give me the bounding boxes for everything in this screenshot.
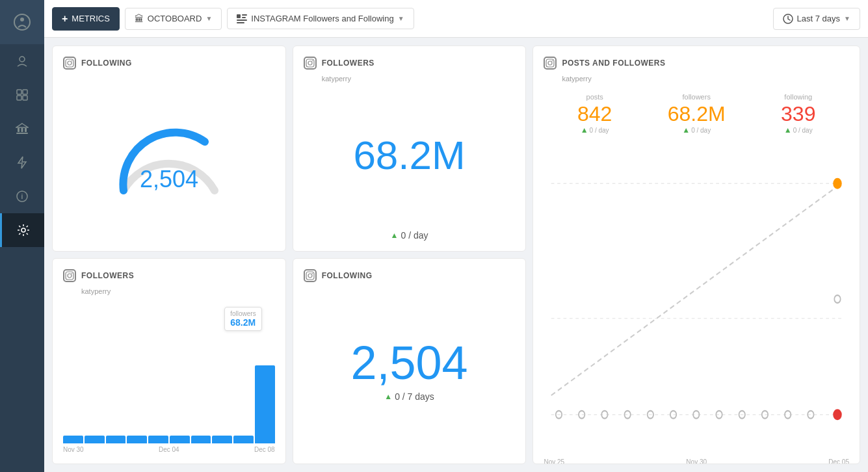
sidebar-item-info[interactable]: i bbox=[0, 179, 44, 213]
instagram-icon-5 bbox=[304, 269, 317, 282]
bar-9 bbox=[233, 436, 254, 443]
svg-rect-9 bbox=[21, 128, 23, 132]
sidebar-item-lightning[interactable] bbox=[0, 146, 44, 179]
dashboard-selector-button[interactable]: INSTAGRAM Followers and Following ▼ bbox=[227, 8, 414, 29]
svg-point-1 bbox=[20, 18, 24, 21]
sidebar-item-profile[interactable] bbox=[0, 44, 44, 78]
svg-rect-29 bbox=[546, 59, 554, 67]
sidebar-logo bbox=[0, 0, 44, 44]
svg-rect-16 bbox=[237, 14, 241, 18]
svg-point-55 bbox=[308, 274, 312, 278]
timerange-button[interactable]: Last 7 days ▼ bbox=[773, 8, 860, 30]
tooltip-label: followers bbox=[230, 310, 256, 317]
bar-7 bbox=[191, 436, 211, 443]
svg-point-48 bbox=[834, 410, 842, 419]
svg-point-50 bbox=[835, 295, 841, 303]
sidebar-item-grid[interactable] bbox=[0, 78, 44, 112]
followers-big-title: FOLLOWERS bbox=[322, 59, 375, 68]
svg-rect-19 bbox=[237, 20, 247, 21]
svg-point-2 bbox=[20, 57, 25, 62]
instagram-icon-3 bbox=[544, 57, 557, 70]
svg-point-24 bbox=[72, 60, 73, 62]
followers-day: ▲ 0 / day bbox=[646, 125, 748, 135]
bar-1 bbox=[63, 436, 83, 443]
svg-point-31 bbox=[552, 60, 553, 62]
following-big-content: 2,504 ▲ 0 / 7 days bbox=[304, 287, 516, 453]
following-day: ▲ 0 / day bbox=[747, 125, 849, 135]
svg-point-27 bbox=[308, 61, 312, 65]
bar-3 bbox=[106, 436, 126, 443]
arrow-up-icon: ▲ bbox=[391, 231, 399, 240]
followers-big-value: 68.2M bbox=[353, 135, 465, 176]
posts-day: ▲ 0 / day bbox=[544, 125, 646, 135]
followers-chart-axis: Nov 30 Dec 04 Dec 08 bbox=[63, 446, 275, 453]
followers-per-day-value: 0 bbox=[401, 230, 406, 241]
following-label: following bbox=[747, 93, 849, 101]
gauge-container: 2,504 bbox=[63, 75, 275, 241]
svg-rect-17 bbox=[242, 14, 247, 16]
svg-point-49 bbox=[834, 179, 842, 189]
followers-chart-title: FOLLOWERS bbox=[81, 271, 134, 280]
followers-metric: followers 68.2M ▲ 0 / day bbox=[646, 93, 748, 135]
following-day-label: 0 / day bbox=[793, 127, 813, 134]
dashboard-label: INSTAGRAM Followers and Following bbox=[251, 14, 393, 23]
posts-metric: posts 842 ▲ 0 / day bbox=[544, 93, 646, 135]
sidebar-item-bank[interactable] bbox=[0, 112, 44, 146]
bar-6 bbox=[170, 436, 190, 443]
chart-tooltip: followers 68.2M bbox=[224, 307, 261, 331]
sidebar-item-settings[interactable] bbox=[0, 213, 44, 247]
posts-value: 842 bbox=[544, 103, 646, 124]
followers-per-day-label: / day bbox=[408, 230, 428, 241]
followers-arrow: ▲ bbox=[682, 125, 690, 135]
bar-8 bbox=[212, 436, 232, 443]
following-per-label: 0 / 7 days bbox=[395, 391, 434, 402]
svg-marker-12 bbox=[18, 157, 26, 168]
svg-rect-5 bbox=[17, 96, 21, 100]
following-big-header: FOLLOWING bbox=[304, 269, 516, 282]
svg-point-56 bbox=[311, 273, 313, 274]
topbar: + METRICS 🏛 OCTOBOARD ▼ INSTAGRAM Follow… bbox=[44, 0, 868, 38]
chevron-down-icon-time: ▼ bbox=[844, 15, 850, 22]
svg-rect-10 bbox=[25, 128, 27, 132]
svg-rect-4 bbox=[23, 90, 27, 94]
svg-rect-26 bbox=[306, 59, 314, 67]
grid-icon bbox=[237, 14, 247, 23]
dashboard-grid: FOLLOWING 2,504 FOLLOWERS bbox=[44, 38, 868, 472]
timerange-label: Last 7 days bbox=[797, 14, 841, 23]
svg-rect-51 bbox=[66, 272, 73, 280]
svg-point-23 bbox=[68, 61, 72, 65]
svg-point-53 bbox=[72, 273, 73, 274]
following-value: 339 bbox=[747, 103, 849, 124]
svg-rect-11 bbox=[16, 133, 28, 134]
svg-rect-20 bbox=[237, 22, 244, 23]
chevron-down-icon: ▼ bbox=[205, 15, 212, 22]
following-arrow: ▲ bbox=[784, 125, 792, 135]
posts-followers-axis: Nov 25 Nov 30 Dec 05 bbox=[544, 458, 849, 464]
bar-10 bbox=[255, 365, 275, 443]
svg-rect-54 bbox=[306, 272, 314, 280]
svg-point-52 bbox=[68, 274, 72, 278]
bar-chart bbox=[63, 365, 275, 443]
posts-label: posts bbox=[544, 93, 646, 101]
add-metrics-button[interactable]: + METRICS bbox=[52, 7, 120, 31]
chevron-down-icon-dashboard: ▼ bbox=[398, 15, 404, 22]
posts-arrow: ▲ bbox=[581, 125, 588, 135]
posts-followers-card: POSTS AND FOLLOWERS katyperry posts 842 … bbox=[533, 46, 860, 464]
followers-chart-subtitle: katyperry bbox=[81, 287, 275, 295]
followers-chart-card: FOLLOWERS katyperry followers 68.2M bbox=[52, 258, 286, 464]
posts-followers-title: POSTS AND FOLLOWERS bbox=[562, 59, 665, 68]
svg-point-0 bbox=[14, 14, 30, 30]
followers-big-header: FOLLOWERS bbox=[304, 57, 516, 70]
svg-point-30 bbox=[548, 61, 552, 65]
metrics-label: METRICS bbox=[72, 14, 110, 23]
following-big-card: FOLLOWING 2,504 ▲ 0 / 7 days bbox=[293, 258, 527, 464]
bank-icon: 🏛 bbox=[135, 14, 144, 24]
following-metric: following 339 ▲ 0 / day bbox=[747, 93, 849, 135]
bar-2 bbox=[85, 436, 105, 443]
instagram-icon-2 bbox=[304, 57, 317, 70]
followers-day-label: 0 / day bbox=[691, 127, 711, 134]
following-gauge-title: FOLLOWING bbox=[81, 59, 132, 68]
posts-followers-header: POSTS AND FOLLOWERS bbox=[544, 57, 849, 70]
octoboard-button[interactable]: 🏛 OCTOBOARD ▼ bbox=[125, 8, 222, 30]
followers-per-day: ▲ 0 / day bbox=[391, 230, 428, 241]
